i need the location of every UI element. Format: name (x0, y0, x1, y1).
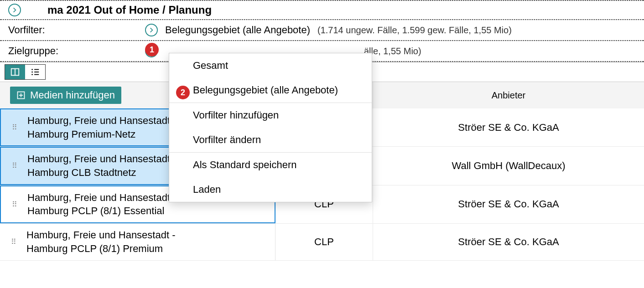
svg-point-4 (31, 72, 33, 73)
dropdown-item-gesamt[interactable]: Gesamt (169, 53, 372, 78)
vorfilter-value[interactable]: Belegungsgebiet (alle Angebote) (165, 24, 310, 36)
dropdown-item-belegungsgebiet[interactable]: Belegungsgebiet (alle Angebote) (169, 78, 372, 103)
provider-cell: Wall GmbH (WallDecaux) (373, 147, 644, 185)
chevron-right-icon (148, 27, 155, 33)
media-text: Hamburg, Freie und Hansestadt -Hamburg C… (27, 152, 177, 179)
vorfilter-label: Vorfilter: (8, 24, 145, 36)
svg-point-6 (31, 74, 33, 75)
media-text: Hamburg, Freie und Hansestadt -Hamburg P… (26, 228, 176, 255)
provider-cell: Ströer SE & Co. KGaA (373, 108, 644, 146)
dropdown-item-load[interactable]: Laden (169, 177, 372, 202)
media-text: Hamburg, Freie und Hansestadt -Hamburg P… (27, 191, 177, 218)
drag-handle-icon[interactable]: ⠿ (12, 125, 20, 130)
type-cell: CLP (275, 224, 373, 260)
vorfilter-row: Vorfilter: Belegungsgebiet (alle Angebot… (0, 20, 644, 40)
list-icon (30, 67, 40, 77)
drag-handle-icon[interactable]: ⠿ (12, 202, 20, 207)
callout-badge-2: 2 (176, 86, 190, 99)
dropdown-item-save-default[interactable]: Als Standard speichern (169, 152, 372, 177)
columns-icon (10, 67, 20, 77)
dropdown-item-add-vorfilter[interactable]: Vorfilter hinzufügen (169, 103, 372, 128)
media-cell[interactable]: ⠿Hamburg, Freie und Hansestadt -Hamburg … (0, 224, 275, 260)
zielgruppe-stats: älle, 1,55 Mio) (364, 46, 421, 57)
page-title: ma 2021 Out of Home / Planung (47, 4, 212, 16)
add-media-label: Medien hinzufügen (30, 89, 115, 101)
media-text: Hamburg, Freie und Hansestadt -Hamburg P… (27, 114, 177, 141)
view-columns-button[interactable] (5, 65, 25, 79)
provider-cell: Ströer SE & Co. KGaA (373, 224, 644, 260)
callout-badge-1: 1 (145, 43, 159, 57)
plus-box-icon (16, 91, 26, 100)
dropdown-item-change-vorfilter[interactable]: Vorfilter ändern (169, 128, 372, 152)
expand-header-button[interactable] (8, 4, 21, 16)
svg-point-2 (31, 69, 33, 70)
add-media-button[interactable]: Medien hinzufügen (10, 87, 121, 104)
drag-handle-icon[interactable]: ⠿ (12, 164, 20, 168)
vorfilter-expand-button[interactable] (145, 24, 158, 36)
chevron-right-icon (11, 7, 18, 13)
vorfilter-stats: (1.714 ungew. Fälle, 1.599 gew. Fälle, 1… (317, 25, 512, 36)
provider-cell: Ströer SE & Co. KGaA (373, 185, 644, 223)
table-row[interactable]: ⠿Hamburg, Freie und Hansestadt -Hamburg … (0, 224, 644, 260)
zielgruppe-label: Zielgruppe: (8, 45, 145, 57)
drag-handle-icon[interactable]: ⠿ (11, 240, 19, 244)
col-header-provider[interactable]: Anbieter (373, 82, 644, 108)
vorfilter-dropdown: Gesamt Belegungsgebiet (alle Angebote) V… (169, 53, 372, 202)
view-list-button[interactable] (25, 65, 45, 79)
